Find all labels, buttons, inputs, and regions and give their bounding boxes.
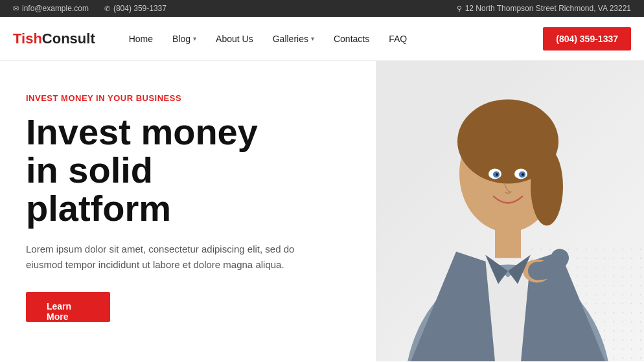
logo[interactable]: TishConsult: [13, 30, 95, 47]
phone-icon: ✆: [104, 5, 110, 13]
galleries-chevron-icon: ▾: [311, 35, 314, 42]
phone-info: ✆ (804) 359-1337: [104, 4, 167, 13]
logo-part2: Consult: [42, 30, 95, 47]
nav-faq[interactable]: FAQ: [381, 28, 415, 49]
top-bar: ✉ info@example.com ✆ (804) 359-1337 ⚲ 12…: [0, 0, 644, 17]
header-cta-label: (804) 359-1337: [556, 34, 618, 44]
address-text: 12 North Thompson Street Richmond, VA 23…: [465, 4, 631, 13]
main-nav: Home Blog ▾ About Us Galleries ▾ Contact…: [121, 27, 631, 51]
hero-person-image: [372, 61, 644, 361]
nav-about-label: About Us: [216, 34, 253, 44]
nav-galleries-label: Galleries: [273, 34, 308, 44]
hero-tagline: Invest Money In Your Business: [26, 93, 350, 103]
hero-description: Lorem ipsum dolor sit amet, consectetur …: [26, 242, 324, 273]
hero-title: Invest money in solid platform: [26, 113, 350, 227]
hero-section: Invest Money In Your Business Invest mon…: [0, 61, 644, 361]
hero-title-line3: platform: [26, 188, 171, 229]
nav-galleries[interactable]: Galleries ▾: [265, 28, 322, 49]
email-text: info@example.com: [22, 4, 89, 13]
nav-blog-label: Blog: [172, 34, 190, 44]
nav-contacts-label: Contacts: [334, 34, 369, 44]
email-info: ✉ info@example.com: [13, 4, 89, 13]
logo-part1: Tish: [13, 30, 42, 47]
svg-point-10: [522, 173, 524, 175]
nav-home[interactable]: Home: [121, 28, 161, 49]
hero-cta-button[interactable]: Learn More: [26, 292, 110, 322]
nav-faq-label: FAQ: [389, 34, 407, 44]
svg-point-3: [531, 148, 563, 225]
nav-blog[interactable]: Blog ▾: [165, 28, 204, 49]
svg-point-9: [496, 173, 498, 175]
phone-text: (804) 359-1337: [113, 4, 167, 13]
hero-button-label: Learn More: [47, 301, 71, 322]
hero-content: Invest Money In Your Business Invest mon…: [0, 61, 376, 361]
main-header: TishConsult Home Blog ▾ About Us Galleri…: [0, 17, 644, 61]
header-cta-button[interactable]: (804) 359-1337: [543, 27, 631, 51]
hero-title-line1: Invest money: [26, 111, 258, 152]
address-info: ⚲ 12 North Thompson Street Richmond, VA …: [457, 4, 631, 13]
svg-rect-4: [495, 225, 521, 258]
nav-home-label: Home: [129, 34, 153, 44]
email-icon: ✉: [13, 5, 19, 13]
location-icon: ⚲: [457, 5, 462, 13]
nav-about[interactable]: About Us: [208, 28, 261, 49]
hero-title-line2: in solid: [26, 150, 153, 190]
top-bar-left: ✉ info@example.com ✆ (804) 359-1337: [13, 4, 167, 13]
nav-contacts[interactable]: Contacts: [326, 28, 377, 49]
blog-chevron-icon: ▾: [193, 35, 196, 42]
